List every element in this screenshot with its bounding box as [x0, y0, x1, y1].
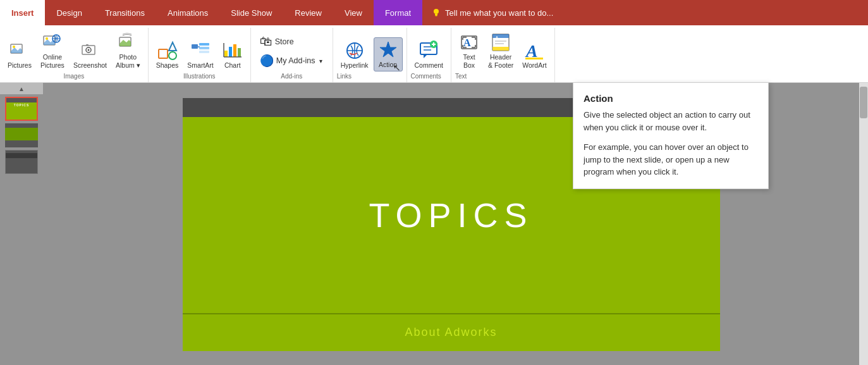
btn-shapes[interactable]: Shapes	[152, 39, 183, 72]
tab-review[interactable]: Review	[283, 0, 333, 25]
svg-rect-15	[86, 44, 89, 46]
illustrations-items: Shapes SmartArt	[152, 30, 247, 71]
online-pictures-label: OnlinePictures	[40, 53, 64, 69]
comment-label: Comment	[415, 61, 444, 70]
svg-marker-4	[11, 47, 22, 53]
store-icon: 🛍	[260, 34, 272, 49]
group-images: Pictures	[0, 28, 149, 82]
svg-rect-29	[238, 48, 241, 57]
action-icon	[378, 40, 398, 61]
smartart-label: SmartArt	[187, 61, 213, 70]
slide-thumbnails: TOPICS	[0, 94, 43, 176]
svg-marker-37	[424, 54, 427, 58]
my-addins-arrow: ▾	[319, 58, 322, 65]
svg-rect-27	[229, 47, 232, 57]
smartart-icon	[190, 41, 211, 61]
btn-header-footer[interactable]: A Header& Footer	[484, 30, 517, 71]
scroll-thumb[interactable]	[860, 87, 867, 118]
hyperlink-label: Hyperlink	[341, 61, 369, 70]
ribbon: Insert Design Transitions Animations Sli…	[0, 0, 868, 83]
my-addins-icon: 🔵	[260, 54, 274, 68]
btn-action[interactable]: Action ↖	[374, 37, 403, 72]
tooltip-body: Give the selected object an action to ca…	[584, 109, 758, 178]
action-tooltip: Action Give the selected object an actio…	[573, 82, 769, 189]
btn-hyperlink[interactable]: Hyperlink	[337, 39, 372, 72]
svg-rect-23	[199, 47, 209, 49]
tab-slideshow[interactable]: Slide Show	[219, 0, 283, 25]
text-box-icon: A	[459, 33, 479, 53]
text-box-label: TextBox	[463, 53, 475, 69]
hyperlink-icon	[345, 41, 365, 61]
btn-screenshot[interactable]: Screenshot	[70, 39, 111, 72]
scroll-up-button[interactable]: ▲	[0, 83, 43, 94]
svg-rect-18	[159, 49, 168, 58]
tabs-bar: Insert Design Transitions Animations Sli…	[0, 0, 868, 25]
tell-me-label: Tell me what you want to do...	[445, 8, 553, 18]
btn-smartart[interactable]: SmartArt	[183, 39, 217, 72]
tooltip-title: Action	[584, 93, 758, 104]
svg-rect-54	[492, 34, 509, 38]
svg-point-8	[46, 37, 48, 40]
tab-design[interactable]: Design	[45, 0, 93, 25]
svg-marker-35	[380, 42, 396, 57]
svg-text:A: A	[496, 35, 498, 39]
pictures-icon	[9, 41, 30, 61]
comment-icon	[419, 41, 439, 61]
online-pictures-icon	[42, 33, 63, 53]
svg-text:A: A	[463, 37, 471, 48]
btn-wordart[interactable]: A WordArt	[518, 39, 550, 72]
shapes-label: Shapes	[156, 61, 179, 70]
svg-point-5	[13, 46, 15, 48]
btn-chart[interactable]: Chart	[219, 39, 247, 72]
btn-pictures[interactable]: Pictures	[4, 39, 35, 72]
tab-view[interactable]: View	[333, 0, 374, 25]
btn-store[interactable]: 🛍 Store	[256, 32, 327, 51]
my-addins-label: My Add-ins	[276, 56, 315, 65]
tab-tell-me[interactable]: Tell me what you want to do...	[422, 0, 562, 25]
store-label: Store	[275, 37, 294, 46]
illustrations-group-label: Illustrations	[183, 71, 216, 81]
shapes-icon	[157, 41, 178, 61]
addins-group-label: Add-ins	[256, 71, 327, 81]
svg-point-20	[169, 52, 176, 59]
svg-marker-17	[119, 40, 131, 46]
tab-format[interactable]: Format	[374, 0, 422, 25]
photo-album-label: PhotoAlbum ▾	[116, 53, 140, 69]
images-group-label: Images	[63, 71, 84, 81]
svg-point-0	[434, 9, 439, 14]
wordart-label: WordArt	[522, 61, 546, 70]
group-addins: 🛍 Store 🔵 My Add-ins ▾ Add-ins	[251, 28, 333, 82]
tab-insert[interactable]: Insert	[0, 0, 45, 25]
chart-icon	[223, 41, 243, 61]
group-comments: Comment Comments	[407, 28, 452, 82]
group-links: Hyperlink Action ↖ Links	[333, 28, 407, 82]
group-text: A TextBox	[451, 28, 555, 82]
cursor-indicator: ↖	[393, 63, 401, 73]
btn-my-addins[interactable]: 🔵 My Add-ins ▾	[256, 52, 327, 70]
svg-rect-22	[199, 43, 209, 46]
btn-text-box[interactable]: A TextBox	[455, 30, 483, 71]
svg-rect-28	[233, 44, 236, 57]
slide-thumb-1[interactable]: TOPICS	[5, 97, 38, 121]
svg-rect-21	[192, 44, 198, 49]
svg-rect-60	[525, 58, 543, 59]
slide-thumb-2[interactable]	[5, 123, 38, 147]
btn-comment[interactable]: Comment	[411, 39, 448, 72]
tooltip-para2: For example, you can hover over an objec…	[584, 141, 758, 178]
ribbon-content: Pictures	[0, 25, 868, 83]
tooltip-para1: Give the selected object an action to ca…	[584, 109, 758, 133]
btn-photo-album[interactable]: PhotoAlbum ▾	[112, 30, 144, 71]
tab-transitions[interactable]: Transitions	[94, 0, 156, 25]
btn-online-pictures[interactable]: OnlinePictures	[37, 30, 68, 71]
svg-rect-1	[435, 14, 437, 15]
vertical-scrollbar[interactable]	[859, 83, 868, 365]
svg-marker-19	[169, 42, 176, 51]
photo-album-icon	[118, 33, 138, 53]
text-group-label: Text	[455, 71, 551, 81]
tab-animations[interactable]: Animations	[156, 0, 219, 25]
images-items: Pictures	[4, 30, 144, 71]
slide-title: TOPICS	[369, 195, 533, 235]
slide-footer-text: About Adworks	[405, 326, 497, 339]
group-illustrations: Shapes SmartArt	[149, 28, 251, 82]
slide-thumb-3[interactable]	[5, 150, 38, 174]
